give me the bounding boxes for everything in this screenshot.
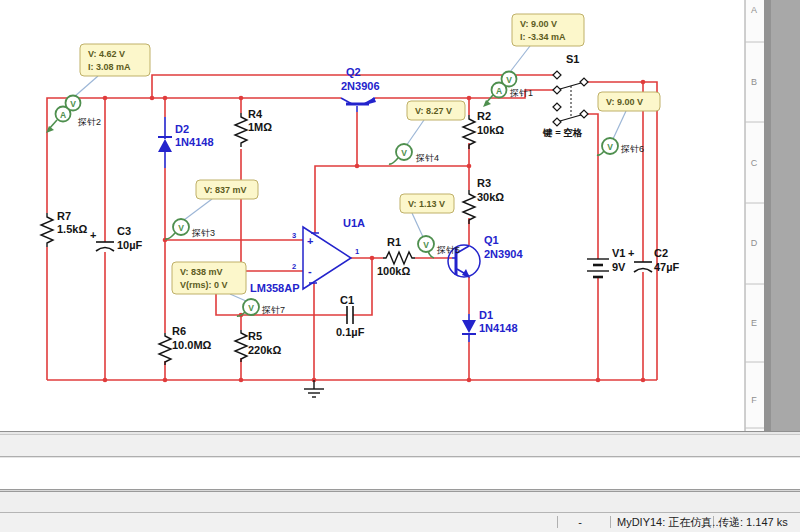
opamp-plus: + <box>307 235 313 247</box>
sheet-row-label: C <box>751 158 758 168</box>
component-value[interactable]: 1N4148 <box>175 136 214 148</box>
sheet-row-label: A <box>751 5 757 15</box>
probe-v-letter: V <box>248 303 254 313</box>
component-value[interactable]: 10.0MΩ <box>172 339 212 351</box>
probe-balloon-7[interactable]: V: 838 mV V(rms): 0 V <box>172 262 246 294</box>
probe-v-letter: V <box>178 223 184 233</box>
component-ref[interactable]: R2 <box>477 110 491 122</box>
status-elapsed: 传递: 1.147 ks <box>718 516 788 528</box>
component-value[interactable]: 30kΩ <box>477 191 504 203</box>
probe-v-letter: V <box>70 99 76 109</box>
status-simulation: MyDIY14: 正在仿真... <box>617 516 722 528</box>
status-separator <box>610 516 611 528</box>
switch-key-hint: 键 = 空格 <box>542 127 583 138</box>
probe-voltage: V: 1.13 V <box>408 199 445 209</box>
probe-balloon-5[interactable]: V: 1.13 V <box>400 194 454 213</box>
component-value[interactable]: 10kΩ <box>477 124 504 136</box>
component-value[interactable]: 1N4148 <box>479 322 518 334</box>
probe-a-letter: A <box>496 86 502 96</box>
docked-panel-bottom <box>0 492 800 512</box>
component-value[interactable]: 10µF <box>117 239 143 251</box>
component-value[interactable]: 47µF <box>654 261 680 273</box>
probe-a-letter: A <box>60 110 66 120</box>
probe-voltage: V: 9.00 V <box>520 19 557 29</box>
probe-voltage: V: 837 mV <box>204 185 247 195</box>
probe-label: 探针7 <box>261 305 285 315</box>
probe-v-letter: V <box>423 240 429 250</box>
component-value[interactable]: 2N3906 <box>341 80 380 92</box>
pin-number-2: 2 <box>292 262 296 271</box>
sheet-row-label: E <box>751 318 757 328</box>
probe-current: I: -3.34 mA <box>520 32 566 42</box>
sheet-border-column: A B C D E F <box>745 0 764 431</box>
pin-number-1: 1 <box>355 247 359 256</box>
sheet-row-label: F <box>751 395 757 405</box>
probe-voltage: V: 9.00 V <box>606 97 643 107</box>
probe-voltage: V: 4.62 V <box>88 49 125 59</box>
sheet-row-label: D <box>751 238 758 248</box>
probe-balloon-3[interactable]: V: 837 mV <box>196 180 258 199</box>
probe-voltage: V: 8.27 V <box>415 106 452 116</box>
schematic-canvas[interactable]: A B C D E F R <box>0 0 800 532</box>
cap-polarity-plus: + <box>90 229 96 241</box>
status-placeholder: - <box>578 516 582 528</box>
sheet-border-strip <box>745 0 764 431</box>
component-value[interactable]: 9V <box>612 261 626 273</box>
pin-number-3: 3 <box>292 231 296 240</box>
probe-balloon-4[interactable]: V: 8.27 V <box>407 101 465 120</box>
component-ref[interactable]: R6 <box>172 325 186 337</box>
probe-current: I: 3.08 mA <box>88 62 131 72</box>
status-separator <box>557 516 558 528</box>
component-value[interactable]: 1MΩ <box>248 121 272 133</box>
component-ref[interactable]: Q1 <box>484 234 499 246</box>
component-ref[interactable]: D2 <box>175 123 189 135</box>
probe-label: 探针2 <box>77 117 101 127</box>
component-ref[interactable]: R7 <box>57 210 71 222</box>
component-ref[interactable]: R3 <box>477 177 491 189</box>
probe-label: 探针4 <box>415 153 439 163</box>
probe-voltage: V: 838 mV <box>180 267 223 277</box>
component-ref[interactable]: C3 <box>117 225 131 237</box>
probe-label: 探针3 <box>191 228 215 238</box>
component-value[interactable]: 100kΩ <box>377 265 410 277</box>
probe-balloon-1[interactable]: V: 9.00 V I: -3.34 mA <box>512 14 584 46</box>
bottom-panels <box>0 431 800 513</box>
probe-vrms: V(rms): 0 V <box>180 280 228 290</box>
probe-label: 探针5 <box>436 245 460 255</box>
component-value[interactable]: 220kΩ <box>248 344 281 356</box>
component-value[interactable]: 0.1µF <box>336 326 365 338</box>
probe-v-letter: V <box>401 148 407 158</box>
app-window: A B C D E F R <box>0 0 800 532</box>
cap-polarity-plus: + <box>628 247 634 259</box>
probe-balloon-6[interactable]: V: 9.00 V <box>598 92 660 111</box>
opamp-minus: - <box>308 265 312 277</box>
component-ref[interactable]: R1 <box>387 236 401 248</box>
component-ref[interactable]: C2 <box>654 247 668 259</box>
sheet-row-label: B <box>751 77 757 87</box>
docked-panel-middle <box>0 458 800 489</box>
component-ref[interactable]: R5 <box>248 330 262 342</box>
canvas-shadow <box>764 0 771 431</box>
component-value[interactable]: 1.5kΩ <box>57 223 87 235</box>
component-ref[interactable]: V1 <box>612 247 625 259</box>
probe-label: 探针1 <box>509 88 533 98</box>
component-ref[interactable]: C1 <box>340 294 354 306</box>
status-bar: - MyDIY14: 正在仿真... 传递: 1.147 ks <box>0 513 800 532</box>
probe-label: 探针6 <box>620 144 644 154</box>
component-ref[interactable]: Q2 <box>346 66 361 78</box>
probe-balloon-2[interactable]: V: 4.62 V I: 3.08 mA <box>80 44 150 76</box>
probe-v-letter: V <box>607 142 613 152</box>
component-ref[interactable]: S1 <box>566 53 579 65</box>
component-ref[interactable]: R4 <box>248 108 263 120</box>
probe-v-letter: V <box>506 75 512 85</box>
docked-panel-top <box>0 435 800 456</box>
component-part[interactable]: LM358AP <box>250 282 300 294</box>
component-ref[interactable]: U1A <box>343 217 365 229</box>
component-ref[interactable]: D1 <box>479 309 493 321</box>
component-value[interactable]: 2N3904 <box>484 248 523 260</box>
